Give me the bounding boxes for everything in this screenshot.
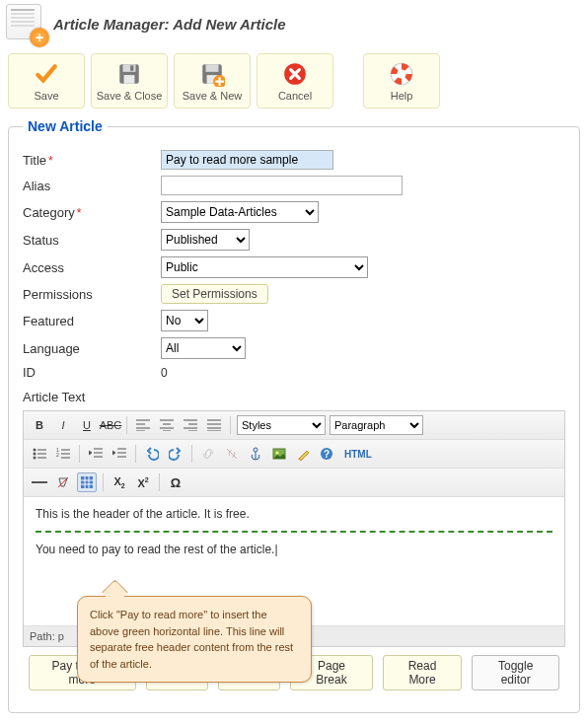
- anchor-icon[interactable]: [246, 444, 265, 464]
- wysiwyg-editor: B I U ABC Styles Paragraph 12: [23, 410, 565, 647]
- save-new-button[interactable]: Save & New: [174, 53, 251, 109]
- alias-label: Alias: [23, 179, 161, 193]
- svg-point-18: [276, 452, 279, 455]
- svg-point-16: [254, 448, 257, 452]
- align-right-icon[interactable]: [181, 415, 200, 435]
- editor-toolbar-row-2: 12 ? HTML: [24, 440, 564, 469]
- cleanup-icon[interactable]: [293, 444, 313, 464]
- floppy-plus-icon: [199, 61, 225, 87]
- svg-point-12: [34, 453, 37, 456]
- page-header: + Article Manager: Add New Article: [0, 0, 588, 47]
- outdent-icon[interactable]: [86, 444, 106, 464]
- align-justify-icon[interactable]: [204, 415, 224, 435]
- instruction-tooltip: Click "Pay to read more" to insert the a…: [77, 596, 312, 683]
- page-title: Article Manager: Add New Article: [53, 16, 286, 33]
- italic-icon[interactable]: I: [53, 415, 73, 435]
- featured-select[interactable]: No: [161, 310, 208, 331]
- underline-icon[interactable]: U: [77, 415, 97, 435]
- format-select[interactable]: Paragraph: [330, 415, 423, 435]
- bullet-list-icon[interactable]: [30, 444, 49, 464]
- svg-text:2: 2: [56, 452, 59, 458]
- toggle-guidelines-icon[interactable]: [77, 472, 97, 492]
- check-icon: [34, 61, 59, 87]
- access-select[interactable]: Public: [161, 256, 368, 278]
- svg-point-10: [397, 69, 405, 78]
- special-char-icon[interactable]: Ω: [166, 472, 185, 492]
- subscript-icon[interactable]: X2: [110, 472, 129, 492]
- id-value: 0: [161, 366, 168, 380]
- bold-icon[interactable]: B: [30, 415, 49, 435]
- content-line-1: This is the header of the article. It is…: [36, 507, 552, 521]
- document-add-icon: +: [6, 4, 45, 43]
- status-select[interactable]: Published: [161, 229, 250, 251]
- cancel-button[interactable]: Cancel: [257, 53, 333, 109]
- help-icon[interactable]: ?: [317, 444, 336, 464]
- svg-rect-22: [81, 476, 93, 488]
- language-select[interactable]: All: [161, 337, 246, 359]
- status-label: Status: [23, 233, 161, 248]
- strikethrough-icon[interactable]: ABC: [101, 415, 120, 435]
- svg-rect-2: [124, 75, 135, 84]
- category-label: Category*: [23, 205, 161, 220]
- editor-toolbar-row-3: X2 X2 Ω: [24, 469, 564, 497]
- alias-input[interactable]: [161, 176, 403, 195]
- lifebuoy-icon: [389, 61, 414, 87]
- set-permissions-button[interactable]: Set Permissions: [161, 284, 268, 304]
- unlink-icon[interactable]: [222, 444, 242, 464]
- remove-format-icon[interactable]: [53, 472, 73, 492]
- featured-label: Featured: [23, 314, 161, 328]
- indent-icon[interactable]: [110, 444, 129, 464]
- superscript-icon[interactable]: X2: [133, 472, 153, 492]
- readmore-divider: [36, 531, 552, 533]
- hr-icon[interactable]: [30, 472, 49, 492]
- svg-point-13: [34, 457, 37, 460]
- svg-rect-3: [130, 65, 133, 70]
- svg-point-11: [34, 449, 37, 452]
- svg-rect-5: [206, 64, 219, 72]
- link-icon[interactable]: [198, 444, 218, 464]
- language-label: Language: [23, 341, 161, 356]
- permissions-label: Permissions: [23, 287, 161, 302]
- editor-content-area[interactable]: This is the header of the article. It is…: [24, 497, 564, 625]
- help-button[interactable]: Help: [363, 53, 440, 109]
- html-source-button[interactable]: HTML: [340, 444, 376, 464]
- action-toolbar: Save Save & Close Save & New Cancel Help: [0, 47, 588, 118]
- svg-rect-1: [123, 64, 136, 72]
- align-left-icon[interactable]: [133, 415, 153, 435]
- save-close-button[interactable]: Save & Close: [91, 53, 168, 109]
- number-list-icon[interactable]: 12: [53, 444, 73, 464]
- title-input[interactable]: [161, 150, 333, 170]
- article-text-label: Article Text: [23, 390, 565, 404]
- toggle-editor-button[interactable]: Toggle editor: [472, 655, 559, 690]
- cancel-icon: [282, 61, 308, 87]
- align-center-icon[interactable]: [157, 415, 177, 435]
- read-more-button[interactable]: Read More: [383, 655, 463, 690]
- image-icon[interactable]: [269, 444, 289, 464]
- fieldset-legend: New Article: [23, 118, 108, 134]
- editor-toolbar-row-1: B I U ABC Styles Paragraph: [24, 411, 564, 440]
- content-line-2: You need to pay to read the rest of the …: [36, 543, 552, 556]
- svg-text:?: ?: [324, 449, 330, 460]
- access-label: Access: [23, 260, 161, 275]
- styles-select[interactable]: Styles: [237, 415, 326, 435]
- floppy-icon: [116, 61, 142, 87]
- title-label: Title*: [23, 153, 161, 168]
- undo-icon[interactable]: [142, 444, 162, 464]
- id-label: ID: [23, 365, 161, 380]
- redo-icon[interactable]: [166, 444, 185, 464]
- save-button[interactable]: Save: [8, 53, 85, 109]
- new-article-fieldset: New Article Title* Alias Category* Sampl…: [8, 118, 580, 713]
- category-select[interactable]: Sample Data-Articles: [161, 201, 319, 223]
